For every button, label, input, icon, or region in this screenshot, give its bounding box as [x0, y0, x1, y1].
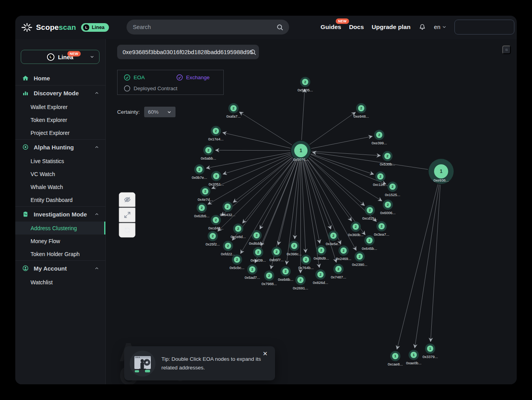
- sidebar-item-vc-watch[interactable]: VC Watch: [15, 167, 105, 180]
- chevron-down-icon: [90, 55, 94, 59]
- graph-node-0x5abb[interactable]: 20x5abb...: [201, 145, 216, 160]
- address-search-box[interactable]: [117, 45, 259, 59]
- sidebar-item-home[interactable]: Home: [15, 71, 105, 85]
- notification-bell-icon[interactable]: [418, 23, 426, 31]
- graph-node-0x6006[interactable]: 20x6006...: [380, 200, 395, 215]
- svg-text:2: 2: [378, 133, 380, 137]
- svg-text:0xce8d...: 0xce8d...: [231, 235, 246, 239]
- graph-node-0x17e4[interactable]: 20x17e4...: [208, 126, 223, 141]
- graph-node-0x2051[interactable]: 20x2051...: [208, 171, 224, 186]
- graph-node-0x826d[interactable]: 20x826d...: [313, 269, 328, 285]
- graph-node-0xae0b[interactable]: 10xae0b...: [406, 350, 421, 365]
- sidebar-section-investigation-mode[interactable]: Investigation Mode: [15, 207, 105, 222]
- graph-node-0xcd48[interactable]: 20xcd48...: [208, 215, 224, 230]
- global-search[interactable]: [127, 20, 289, 35]
- svg-text:0x3e5e...: 0x3e5e...: [326, 242, 341, 246]
- wallet-button[interactable]: [454, 20, 514, 35]
- tip-text: Tip: Double Click EOA nodes to expand it…: [161, 355, 270, 372]
- graph-node-0x4e7d[interactable]: 20x4e7d...: [197, 186, 213, 202]
- graph-node-0x2691[interactable]: 20x2691...: [293, 275, 308, 290]
- sidebar-item-address-clustering[interactable]: Address Clustering: [15, 222, 105, 235]
- refresh-graph-button[interactable]: [119, 223, 136, 238]
- svg-text:1: 1: [440, 169, 443, 174]
- graph-node-0x5076[interactable]: 10x5076...: [291, 141, 311, 162]
- sidebar-item-live-statistics[interactable]: Live Statistics: [15, 155, 105, 167]
- graph-node-0xe936[interactable]: 10xe936...: [429, 159, 454, 184]
- sidebar-section-alpha-hunting[interactable]: Alpha Hunting: [15, 140, 105, 155]
- graph-node-0x398c[interactable]: 20x398c...: [287, 241, 302, 256]
- svg-text:0xe399...: 0xe399...: [371, 141, 387, 145]
- svg-text:0xeb8b...: 0xeb8b...: [278, 277, 293, 282]
- graph-node-0xfd22[interactable]: 20xfd22...: [221, 241, 235, 256]
- svg-text:0xe936...: 0xe936...: [433, 178, 449, 182]
- graph-node-0xcae8[interactable]: 10xcae8...: [388, 351, 403, 366]
- graph-node-0x7487[interactable]: 20x7487...: [331, 264, 346, 279]
- network-selector[interactable]: L Linea NEW: [21, 50, 100, 64]
- language-selector[interactable]: en: [434, 24, 447, 30]
- nav-docs[interactable]: Docs: [349, 24, 364, 31]
- fullscreen-button[interactable]: [502, 45, 511, 54]
- filter-eoa-checkbox[interactable]: EOA: [124, 74, 145, 81]
- graph-node-0xcd15[interactable]: 20xcd15...: [362, 205, 378, 220]
- graph-node-0xeb8b[interactable]: 20xeb8b...: [278, 266, 293, 282]
- brand[interactable]: Scopescan L Linea: [22, 16, 109, 39]
- hide-nodes-button[interactable]: [119, 192, 136, 207]
- graph-node-0x2390[interactable]: 20x2390...: [352, 251, 367, 267]
- svg-text:2: 2: [386, 154, 388, 158]
- graph-node-0xd8d9[interactable]: 20xd8d9...: [313, 245, 329, 260]
- sidebar-item-project-explorer[interactable]: Project Explorer: [15, 126, 105, 139]
- svg-text:0x6006...: 0x6006...: [380, 211, 395, 215]
- sidebar-item-token-holder-graph[interactable]: Token Holder Graph: [15, 247, 105, 260]
- sidebar-section-discovery-mode[interactable]: Discovery Mode: [15, 85, 105, 100]
- graph-node-0xc116[interactable]: 20xc116...: [373, 171, 388, 187]
- graph-canvas[interactable]: A C 10x5076...10xe936...20x5805...20xafa…: [106, 39, 517, 384]
- svg-text:2: 2: [358, 255, 360, 258]
- graph-node-0xafa7[interactable]: 20xafa7...: [226, 103, 241, 118]
- graph-node-0x5ad7[interactable]: 20x5ad7...: [244, 264, 260, 280]
- graph-node-0xb5f7[interactable]: 20xb5f7...: [270, 247, 284, 262]
- expand-graph-button[interactable]: [119, 207, 136, 222]
- tip-illustration: [130, 351, 156, 376]
- sidebar-item-token-explorer[interactable]: Token Explorer: [15, 113, 105, 126]
- graph-node-0xd6dd[interactable]: 20xd6dd...: [249, 230, 264, 245]
- graph-node-0x0b7e[interactable]: 20x0b7e...: [192, 164, 207, 180]
- sidebar-item-wallet-explorer[interactable]: Wallet Explorer: [15, 100, 105, 113]
- graph-node-0x3379[interactable]: 10x3379...: [422, 344, 438, 359]
- sidebar-item-entity-dashboard[interactable]: Entity Dashboard: [15, 193, 105, 206]
- refresh-icon: [123, 226, 131, 234]
- search-input[interactable]: [132, 24, 276, 31]
- certainty-select[interactable]: 60%: [144, 107, 176, 117]
- sidebar-section-my-account[interactable]: My Account: [15, 261, 105, 276]
- graph-node-0x25f2[interactable]: 20x25f2...: [206, 231, 220, 246]
- sidebar-item-money-flow[interactable]: Money Flow: [15, 235, 105, 247]
- nav-upgrade-plan[interactable]: Upgrade plan: [372, 24, 411, 31]
- graph-node-0x530b[interactable]: 20x530b...: [380, 151, 395, 166]
- filter-deployed-contract-checkbox[interactable]: Deployed Contract: [124, 85, 177, 92]
- svg-text:0x5ad7...: 0x5ad7...: [244, 275, 260, 280]
- graph-node-0x5805[interactable]: 20x5805...: [297, 77, 313, 92]
- graph-node-0x5cbc[interactable]: 20x5cbc...: [230, 255, 244, 270]
- sidebar-item-watchlist[interactable]: Watchlist: [15, 276, 105, 289]
- graph-node-0x3e5e[interactable]: 20x3e5e...: [326, 231, 341, 246]
- svg-text:0xae0b...: 0xae0b...: [406, 361, 421, 365]
- graph-node-0x6432[interactable]: 20x6432...: [220, 202, 235, 217]
- svg-text:0x5076...: 0x5076...: [293, 157, 308, 162]
- expand-icon: [123, 211, 131, 219]
- app-title: Scopescan: [36, 23, 76, 32]
- graph-node-0xe399[interactable]: 20xe399...: [371, 130, 387, 145]
- svg-text:2: 2: [305, 258, 307, 262]
- svg-text:0xd8d9...: 0xd8d9...: [313, 256, 329, 260]
- graph-node-0x7988[interactable]: 20x7988...: [261, 271, 277, 286]
- nav-guides[interactable]: Guides NEW: [320, 24, 341, 31]
- sidebar-item-whale-watch[interactable]: Whale Watch: [15, 180, 105, 193]
- graph-node-0xe948[interactable]: 20xe948...: [353, 103, 369, 118]
- graph-node-0x645b[interactable]: 20x645b...: [362, 235, 377, 251]
- filter-exchange-checkbox[interactable]: Exchange: [176, 74, 210, 81]
- graph-node-0x62b5[interactable]: 20x62b5...: [194, 203, 209, 218]
- close-icon[interactable]: ✕: [260, 350, 270, 357]
- graph-node-0x4d39[interactable]: 20x4d39...: [250, 247, 266, 262]
- address-input[interactable]: [122, 48, 255, 56]
- svg-text:0x5805...: 0x5805...: [297, 88, 313, 92]
- graph-node-0x3ea7[interactable]: 20x3ea7...: [374, 221, 389, 236]
- graph-node-0x2469[interactable]: 20x2469...: [336, 245, 351, 261]
